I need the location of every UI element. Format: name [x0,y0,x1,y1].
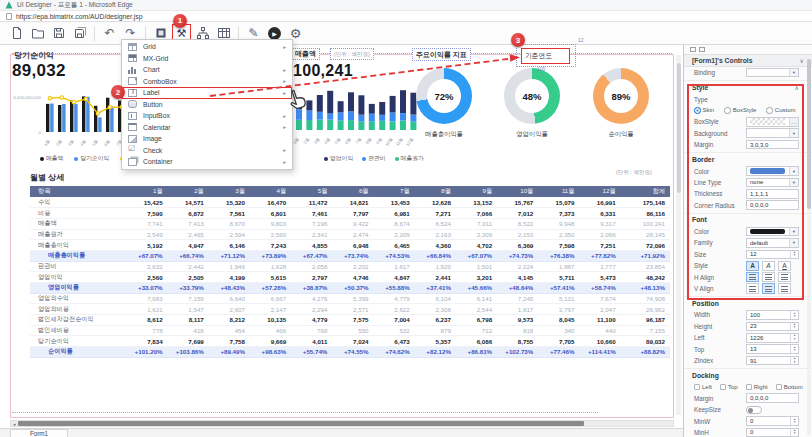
menu-item-grid[interactable]: Grid ▸ [122,41,292,53]
dropdown-arrow-icon[interactable]: ▾ [789,179,798,187]
stepper-icon[interactable]: ▴▾ [790,417,798,425]
table-cell: 7,561 [209,208,250,219]
type-radio-custom[interactable]: Custom [766,107,795,114]
font-size-input[interactable]: 12▴▾ [746,250,799,260]
align-left-button[interactable] [746,272,759,283]
stepper-icon[interactable]: ▴▾ [790,323,798,331]
align-top-button[interactable] [746,283,759,294]
new-file-button[interactable] [7,24,26,43]
base-year-label[interactable]: 기준연도 [521,48,570,64]
canvas-vertical-scrollbar[interactable] [676,55,681,415]
dropdown-arrow-icon[interactable]: ▾ [789,129,798,137]
scrollbar-thumb[interactable] [807,59,811,209]
component-menu: Grid ▸ MX-Grid Chart ▸ ComboBox ▸ Label … [121,39,293,170]
dropdown-arrow-icon[interactable]: ▾ [789,239,798,247]
save-all-button[interactable] [70,24,89,43]
table-cell: 7,024 [332,336,373,347]
table-cell: +38.87% [291,283,332,294]
width-input[interactable]: 100▴▾ [746,310,799,320]
bold-button[interactable]: A [746,261,759,272]
scrollbar-thumb[interactable] [677,63,681,193]
open-folder-button[interactable] [28,24,47,43]
menu-item-label[interactable]: Label ▸2 [122,87,292,99]
table-cell: 7,243 [250,240,291,251]
dock-icon[interactable] [699,47,705,52]
dock-icon[interactable] [690,47,696,52]
underline-button[interactable]: A [778,261,791,272]
table-cell: 2,209 [374,229,415,240]
top-input[interactable]: 13▴▾ [746,344,799,354]
dock-right-checkbox[interactable]: Right [746,384,768,390]
section-docking[interactable]: Docking [684,368,812,381]
design-canvas[interactable]: 당기순이익 89,032 6,000,000,00001월2월3월4월5월6월7… [0,45,683,437]
svg-text:12월: 12월 [405,137,414,147]
table-cell: 7,575 [332,315,373,326]
annotation-badge-3: 3 [511,33,525,47]
minw-input[interactable]: 0▴▾ [746,416,799,426]
stepper-icon[interactable]: ▴▾ [790,334,798,342]
keepsize-toggle[interactable] [746,406,762,414]
browser-urlbar[interactable]: https://epa.bimatrix.com/AUD/designer.js… [0,11,812,22]
docking-margin-input[interactable]: 0,0,0,0 [746,393,799,403]
scroll-left-icon[interactable]: ◂ [11,421,18,427]
stepper-icon[interactable]: ▴▾ [790,311,798,319]
type-radio-skin[interactable]: Skin [694,107,714,114]
menu-item-button[interactable]: Button [122,99,292,111]
section-style[interactable]: Style∧ [684,80,812,93]
panel-scrollbar[interactable] [807,57,811,435]
align-right-button[interactable] [778,272,791,283]
italic-button[interactable]: A [762,261,775,272]
section-border[interactable]: Border [684,152,812,165]
stepper-icon[interactable]: ▴▾ [790,345,798,353]
tab-form1[interactable]: Form1 [10,429,68,437]
menu-item-inputbox[interactable]: InputBox ▸ [122,110,292,122]
section-position[interactable]: Position [684,296,812,309]
unit-note-box[interactable]: (단위 : 백만원) [330,48,374,60]
scrollbar-thumb[interactable] [18,421,584,426]
stepper-icon[interactable]: ▴▾ [790,251,798,259]
gauges-title-box[interactable]: 주요이익률 지표 [412,48,471,61]
button-icon [128,100,137,108]
boxstyle-picker[interactable]: … [746,117,799,127]
menu-item-container[interactable]: Container ▸ [122,156,292,168]
menu-item-mx-grid[interactable]: MX-Grid [122,53,292,65]
menu-item-calendar[interactable]: Calendar ▸ [122,122,292,134]
zindex-input[interactable]: 91▴▾ [746,356,799,366]
style-margin-input[interactable]: 3,0,3,0 [746,140,799,150]
dropdown-arrow-icon[interactable]: ▾ [789,167,798,175]
stepper-icon[interactable]: ▴▾ [790,357,798,365]
revenue-title-box[interactable]: 매출액 [291,48,320,60]
menu-item-chart[interactable]: Chart ▸ [122,64,292,76]
binding-select[interactable]: ▾ [746,68,799,78]
canvas-horizontal-scrollbar[interactable]: ◂ [10,420,674,427]
align-bottom-button[interactable] [778,283,791,294]
border-color-picker[interactable]: ▾ [746,166,799,176]
height-input[interactable]: 23▴▾ [746,322,799,332]
dock-top-checkbox[interactable]: Top [720,384,738,390]
table-cell: 6,640 [209,293,250,304]
panel-header[interactable]: [Form1]'s Controls ∨ [684,54,812,67]
font-family-select[interactable]: default▾ [746,238,799,248]
background-select[interactable]: ▾ [746,128,799,138]
minh-input[interactable]: 0▴▾ [746,428,799,437]
ellipsis-button[interactable]: … [789,118,798,126]
left-input[interactable]: 1226▴▾ [746,333,799,343]
menu-item-combobox[interactable]: ComboBox ▸ [122,76,292,88]
dropdown-arrow-icon[interactable]: ▾ [789,69,798,77]
menu-item-image[interactable]: Image [122,133,292,145]
font-color-picker[interactable]: ▾ [746,227,799,237]
dock-left-checkbox[interactable]: Left [694,384,712,390]
undo-button[interactable]: ↶ [100,24,119,43]
align-middle-button[interactable] [762,283,775,294]
stepper-icon[interactable]: ▴▾ [790,429,798,437]
save-button[interactable] [49,24,68,43]
dropdown-arrow-icon[interactable]: ▾ [789,228,798,236]
section-font[interactable]: Font [684,213,812,226]
align-center-button[interactable] [762,272,775,283]
thickness-input[interactable]: 1,1,1,1 [746,189,799,199]
line-type-select[interactable]: none▾ [746,178,799,188]
type-radio-boxstyle[interactable]: BoxStyle [724,107,756,114]
dock-bottom-checkbox[interactable]: Bottom [776,384,803,390]
menu-item-check[interactable]: Check ▸ [122,145,292,157]
corner-radius-input[interactable]: 0,0,0,0 [746,200,799,210]
